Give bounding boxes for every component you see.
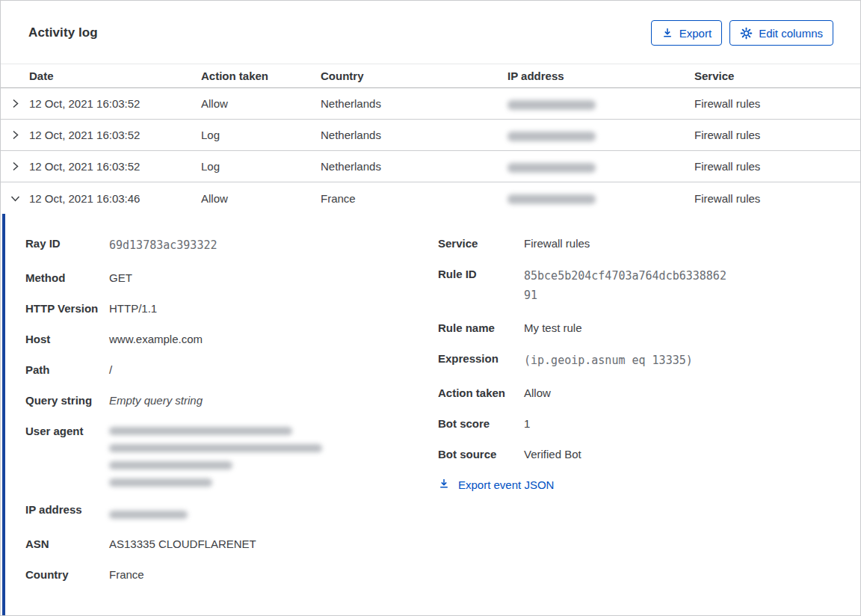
detail-row-rule-name: Rule name My test rule bbox=[438, 320, 727, 336]
cell-country: Netherlands bbox=[321, 160, 507, 173]
redacted-ip-text bbox=[507, 100, 596, 110]
detail-label: IP address bbox=[25, 502, 109, 517]
detail-value: AS13335 CLOUDFLARENET bbox=[109, 536, 438, 552]
detail-value: 85bce5b204cf4703a764dcb633886291 bbox=[524, 266, 727, 305]
chevron-right-icon[interactable] bbox=[1, 129, 29, 141]
detail-value: Allow bbox=[524, 385, 727, 401]
edit-columns-button-label: Edit columns bbox=[759, 27, 823, 40]
detail-value: 1 bbox=[524, 416, 727, 431]
export-event-json-link[interactable]: Export event JSON bbox=[438, 478, 554, 492]
download-icon bbox=[661, 27, 673, 39]
detail-value: GET bbox=[109, 270, 438, 286]
detail-row-user-agent: User agent bbox=[25, 423, 438, 487]
detail-label: Service bbox=[438, 235, 524, 251]
table-row[interactable]: 12 Oct, 2021 16:03:52 Log Netherlands Fi… bbox=[1, 151, 860, 182]
detail-value: Verified Bot bbox=[524, 446, 727, 462]
detail-label: Rule ID bbox=[438, 266, 524, 282]
detail-label: Host bbox=[25, 331, 109, 347]
download-icon bbox=[438, 478, 450, 492]
chevron-right-icon[interactable] bbox=[1, 161, 29, 172]
redacted-user-agent-text bbox=[109, 423, 438, 487]
column-header-service: Service bbox=[694, 70, 860, 82]
detail-label: Method bbox=[25, 270, 109, 286]
cell-ip-address bbox=[507, 160, 694, 173]
detail-value: / bbox=[109, 362, 438, 378]
table-row[interactable]: 12 Oct, 2021 16:03:52 Allow Netherlands … bbox=[1, 88, 860, 120]
export-event-json-label: Export event JSON bbox=[458, 478, 554, 491]
redacted-ip-text bbox=[507, 194, 596, 204]
cell-action-taken: Log bbox=[201, 129, 321, 141]
detail-row-ray-id: Ray ID 69d13783ac393322 bbox=[25, 235, 438, 255]
detail-value: HTTP/1.1 bbox=[109, 301, 438, 316]
detail-label: Bot source bbox=[438, 446, 524, 462]
chevron-right-icon[interactable] bbox=[1, 98, 29, 109]
detail-column-left: Ray ID 69d13783ac393322 Method GET HTTP … bbox=[25, 235, 438, 597]
column-header-ip-address: IP address bbox=[507, 70, 694, 82]
cell-action-taken: Allow bbox=[201, 97, 321, 110]
chevron-down-icon[interactable] bbox=[1, 193, 29, 204]
table-row[interactable]: 12 Oct, 2021 16:03:52 Log Netherlands Fi… bbox=[1, 120, 860, 151]
cell-service: Firewall rules bbox=[694, 129, 860, 141]
detail-label: Ray ID bbox=[25, 235, 109, 251]
detail-label: Country bbox=[25, 567, 109, 582]
cell-country: Netherlands bbox=[321, 97, 507, 110]
detail-value: France bbox=[109, 567, 438, 582]
cell-service: Firewall rules bbox=[694, 160, 860, 173]
detail-row-bot-score: Bot score 1 bbox=[438, 416, 727, 431]
cell-ip-address bbox=[507, 192, 694, 205]
column-header-country: Country bbox=[321, 70, 507, 82]
column-header-action-taken: Action taken bbox=[201, 70, 321, 82]
export-button[interactable]: Export bbox=[651, 20, 722, 46]
redacted-ip-text bbox=[507, 132, 596, 141]
cell-country: France bbox=[321, 192, 507, 205]
detail-value: My test rule bbox=[524, 320, 727, 336]
detail-row-asn: ASN AS13335 CLOUDFLARENET bbox=[25, 536, 438, 552]
table-header: Date Action taken Country IP address Ser… bbox=[1, 64, 860, 88]
detail-label: HTTP Version bbox=[25, 301, 109, 316]
cell-service: Firewall rules bbox=[694, 97, 860, 110]
detail-value: 69d13783ac393322 bbox=[109, 235, 438, 255]
detail-row-country: Country France bbox=[25, 567, 438, 582]
cell-date: 12 Oct, 2021 16:03:52 bbox=[29, 160, 201, 173]
detail-label: Rule name bbox=[438, 320, 524, 336]
event-detail-panel: Ray ID 69d13783ac393322 Method GET HTTP … bbox=[2, 214, 860, 616]
detail-row-bot-source: Bot source Verified Bot bbox=[438, 446, 727, 462]
detail-row-query-string: Query string Empty query string bbox=[25, 392, 438, 408]
detail-label: Bot score bbox=[438, 416, 524, 431]
detail-label: Path bbox=[25, 362, 109, 378]
detail-row-rule-id: Rule ID 85bce5b204cf4703a764dcb633886291 bbox=[438, 266, 727, 305]
detail-row-path: Path / bbox=[25, 362, 438, 378]
cell-ip-address bbox=[507, 97, 694, 110]
cell-action-taken: Allow bbox=[201, 192, 321, 205]
titlebar: Activity log Export bbox=[1, 1, 860, 46]
detail-row-service: Service Firewall rules bbox=[438, 235, 727, 251]
redacted-ip-text bbox=[507, 163, 596, 173]
detail-row-action-taken: Action taken Allow bbox=[438, 385, 727, 401]
detail-row-http-version: HTTP Version HTTP/1.1 bbox=[25, 301, 438, 316]
detail-value: (ip.geoip.asnum eq 13335) bbox=[524, 351, 727, 370]
cell-ip-address bbox=[507, 129, 694, 141]
toolbar-actions: Export Edit columns bbox=[651, 20, 833, 46]
cell-action-taken: Log bbox=[201, 160, 321, 173]
detail-label: User agent bbox=[25, 423, 109, 439]
detail-value: Firewall rules bbox=[524, 235, 727, 251]
cell-date: 12 Oct, 2021 16:03:52 bbox=[29, 129, 201, 141]
detail-label: Expression bbox=[438, 351, 524, 366]
page-title: Activity log bbox=[28, 25, 98, 40]
column-header-date: Date bbox=[29, 70, 201, 82]
cell-date: 12 Oct, 2021 16:03:52 bbox=[29, 97, 201, 110]
detail-value: www.example.com bbox=[109, 331, 438, 347]
detail-column-right: Service Firewall rules Rule ID 85bce5b20… bbox=[438, 235, 727, 597]
detail-value: Empty query string bbox=[109, 392, 438, 408]
table-row-expanded[interactable]: 12 Oct, 2021 16:03:46 Allow France Firew… bbox=[1, 182, 860, 214]
cell-service: Firewall rules bbox=[694, 192, 860, 205]
detail-label: ASN bbox=[25, 536, 109, 552]
edit-columns-button[interactable]: Edit columns bbox=[729, 20, 833, 46]
export-button-label: Export bbox=[679, 27, 712, 40]
detail-row-host: Host www.example.com bbox=[25, 331, 438, 347]
detail-label: Action taken bbox=[438, 385, 524, 401]
detail-row-ip-address: IP address bbox=[25, 502, 438, 521]
activity-log-panel: Activity log Export bbox=[0, 0, 861, 616]
cell-date: 12 Oct, 2021 16:03:46 bbox=[29, 192, 201, 205]
detail-label: Query string bbox=[25, 392, 109, 408]
